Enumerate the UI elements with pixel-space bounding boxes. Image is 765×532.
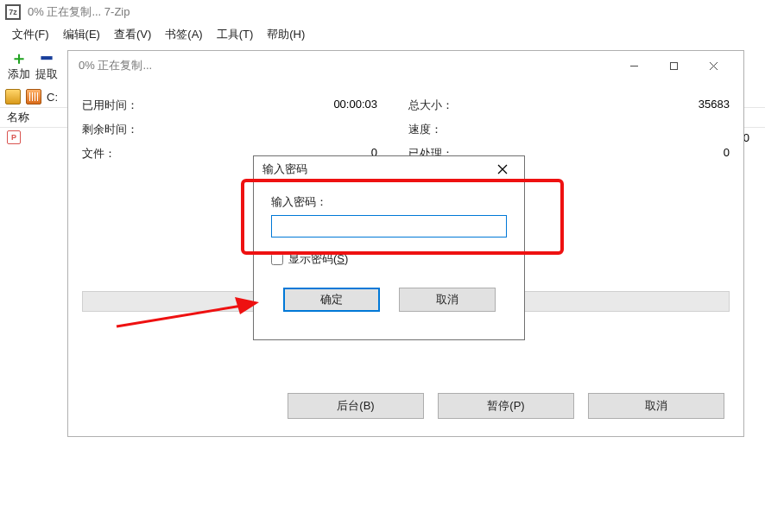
svg-rect-1 bbox=[670, 62, 677, 69]
add-label: 添加 bbox=[8, 66, 30, 82]
progress-dialog-title: 0% 正在复制... bbox=[79, 58, 152, 73]
file-block-value: 0 bbox=[743, 131, 758, 144]
minimize-button[interactable] bbox=[614, 53, 654, 79]
cancel-button[interactable]: 取消 bbox=[588, 393, 724, 419]
elapsed-label: 已用时间： bbox=[82, 98, 177, 113]
minus-icon: ━ bbox=[41, 49, 52, 66]
password-dialog-titlebar[interactable]: 输入密码 bbox=[254, 156, 524, 182]
password-dialog: 输入密码 输入密码： 显示密码(S) 确定 取消 bbox=[253, 155, 525, 340]
close-icon bbox=[497, 164, 508, 174]
menu-help[interactable]: 帮助(H) bbox=[260, 25, 312, 44]
folder-up-icon[interactable] bbox=[5, 89, 21, 104]
maximize-button[interactable] bbox=[654, 53, 693, 79]
plus-icon: ＋ bbox=[10, 49, 28, 66]
ok-button[interactable]: 确定 bbox=[283, 288, 380, 312]
progress-stats: 已用时间： 00:00:03 总大小： 35683 剩余时间： 速度： 文件： … bbox=[82, 98, 730, 162]
add-button[interactable]: ＋ 添加 bbox=[5, 49, 33, 82]
remaining-label: 剩余时间： bbox=[82, 122, 177, 137]
show-password-checkbox[interactable] bbox=[271, 253, 283, 265]
total-value: 35683 bbox=[509, 98, 730, 113]
password-dialog-close-button[interactable] bbox=[490, 156, 515, 182]
background-button[interactable]: 后台(B) bbox=[288, 393, 424, 419]
files-label: 文件： bbox=[82, 146, 177, 162]
speed-value bbox=[509, 122, 730, 137]
extract-label: 提取 bbox=[35, 66, 58, 82]
address-text: C: bbox=[47, 91, 58, 104]
maximize-icon bbox=[669, 61, 679, 71]
close-icon bbox=[709, 61, 718, 71]
menu-bookmark[interactable]: 书签(A) bbox=[158, 25, 209, 44]
password-prompt-label: 输入密码： bbox=[271, 194, 507, 210]
archive-icon[interactable] bbox=[26, 89, 41, 104]
cancel-button[interactable]: 取消 bbox=[399, 288, 496, 312]
main-title-text: 0% 正在复制... 7-Zip bbox=[28, 4, 130, 20]
ppt-icon: P bbox=[7, 130, 21, 144]
menu-file[interactable]: 文件(F) bbox=[5, 25, 56, 44]
speed-label: 速度： bbox=[408, 122, 503, 137]
sevenzip-app-icon: 7z bbox=[5, 4, 21, 20]
progress-dialog-titlebar[interactable]: 0% 正在复制... bbox=[68, 51, 743, 80]
password-input[interactable] bbox=[271, 215, 507, 238]
menu-edit[interactable]: 编辑(E) bbox=[56, 25, 107, 44]
password-dialog-title: 输入密码 bbox=[262, 162, 307, 177]
menu-tools[interactable]: 工具(T) bbox=[210, 25, 261, 44]
main-titlebar: 7z 0% 正在复制... 7-Zip bbox=[0, 0, 765, 24]
close-button[interactable] bbox=[693, 53, 733, 79]
show-password-label[interactable]: 显示密码(S) bbox=[288, 251, 348, 267]
minimize-icon bbox=[629, 61, 639, 71]
processed-value: 0 bbox=[509, 146, 730, 162]
total-label: 总大小： bbox=[408, 98, 503, 113]
menu-view[interactable]: 查看(V) bbox=[107, 25, 158, 44]
elapsed-value: 00:00:03 bbox=[182, 98, 403, 113]
pause-button[interactable]: 暂停(P) bbox=[438, 393, 574, 419]
remaining-value bbox=[182, 122, 403, 137]
menubar: 文件(F) 编辑(E) 查看(V) 书签(A) 工具(T) 帮助(H) bbox=[0, 24, 765, 45]
extract-button[interactable]: ━ 提取 bbox=[33, 49, 60, 82]
